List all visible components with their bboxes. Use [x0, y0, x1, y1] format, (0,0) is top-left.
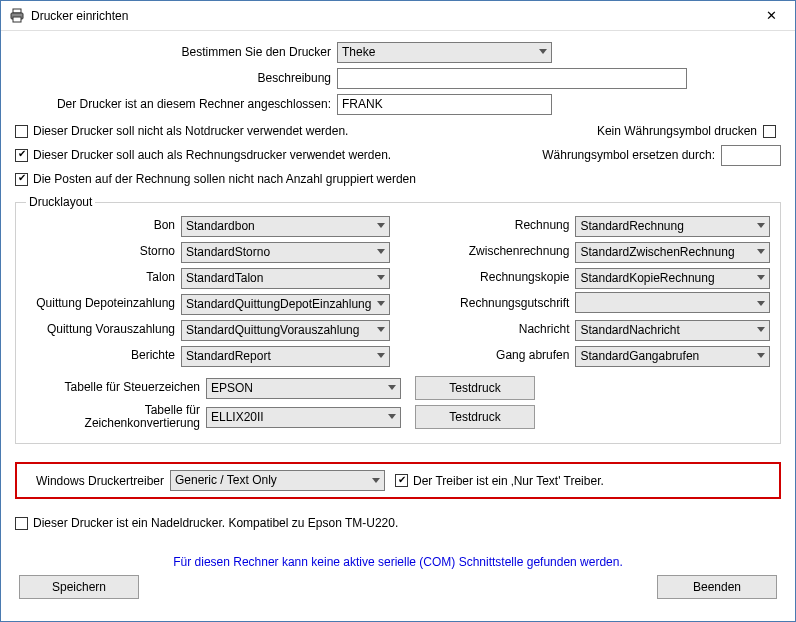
- driver-label: Windows Druckertreiber: [25, 474, 170, 488]
- close-button[interactable]: ✕: [751, 2, 791, 30]
- drucklayout-fieldset: Drucklayout BonStandardbonStornoStandard…: [15, 195, 781, 444]
- description-input[interactable]: [337, 68, 687, 89]
- layout-left-label-3: Quittung Depoteinzahlung: [26, 297, 181, 310]
- not-emergency-label: Dieser Drucker soll nicht als Notdrucker…: [33, 124, 348, 138]
- dialog-window: Drucker einrichten ✕ Bestimmen Sie den D…: [0, 0, 796, 622]
- layout-left-select-2[interactable]: StandardTalon: [181, 268, 390, 289]
- layout-left-label-1: Storno: [26, 245, 181, 258]
- replace-currency-input[interactable]: [721, 145, 781, 166]
- no-currency-label: Kein Währungsymbol drucken: [597, 124, 757, 138]
- tax-table-select[interactable]: EPSON: [206, 378, 401, 399]
- layout-left-select-5[interactable]: StandardReport: [181, 346, 390, 367]
- layout-right-label-3: Rechnungsgutschrift: [420, 297, 575, 310]
- layout-right-select-4[interactable]: StandardNachricht: [575, 320, 770, 341]
- not-emergency-checkbox[interactable]: [15, 125, 28, 138]
- conv-table-label: Tabelle für Zeichenkonvertierung: [26, 404, 206, 430]
- no-group-checkbox[interactable]: [15, 173, 28, 186]
- textonly-checkbox[interactable]: [395, 474, 408, 487]
- serial-warning: Für diesen Rechner kann keine aktive ser…: [15, 555, 781, 569]
- connected-label: Der Drucker ist an diesem Rechner angesc…: [15, 97, 337, 111]
- layout-left-label-2: Talon: [26, 271, 181, 284]
- layout-right-label-4: Nachricht: [420, 323, 575, 336]
- conv-table-select[interactable]: ELLIX20II: [206, 407, 401, 428]
- layout-right-label-1: Zwischenrechnung: [420, 245, 575, 258]
- titlebar: Drucker einrichten ✕: [1, 1, 795, 31]
- also-invoice-checkbox[interactable]: [15, 149, 28, 162]
- no-currency-checkbox[interactable]: [763, 125, 776, 138]
- determine-printer-label: Bestimmen Sie den Drucker: [15, 45, 337, 59]
- layout-left-label-4: Quittung Vorauszahlung: [26, 323, 181, 336]
- dotmatrix-label: Dieser Drucker ist ein Nadeldrucker. Kom…: [33, 516, 398, 530]
- replace-currency-label: Währungsymbol ersetzen durch:: [542, 148, 715, 162]
- layout-left-label-5: Berichte: [26, 349, 181, 362]
- dialog-content: Bestimmen Sie den Drucker Theke Beschrei…: [1, 31, 795, 613]
- layout-right-select-2[interactable]: StandardKopieRechnung: [575, 268, 770, 289]
- layout-right-label-5: Gang abrufen: [420, 349, 575, 362]
- layout-right-label-2: Rechnungskopie: [420, 271, 575, 284]
- printer-icon: [9, 8, 25, 24]
- no-group-label: Die Posten auf der Rechnung sollen nicht…: [33, 172, 416, 186]
- layout-left-label-0: Bon: [26, 219, 181, 232]
- layout-left-select-4[interactable]: StandardQuittungVorauszahlung: [181, 320, 390, 341]
- svg-rect-2: [13, 17, 21, 22]
- connected-input[interactable]: [337, 94, 552, 115]
- svg-rect-0: [13, 9, 21, 13]
- window-title: Drucker einrichten: [31, 9, 751, 23]
- layout-right-select-3[interactable]: [575, 292, 770, 316]
- tax-table-label: Tabelle für Steuerzeichen: [26, 381, 206, 394]
- dotmatrix-checkbox[interactable]: [15, 517, 28, 530]
- description-label: Beschreibung: [15, 71, 337, 85]
- save-button[interactable]: Speichern: [19, 575, 139, 599]
- layout-left-select-1[interactable]: StandardStorno: [181, 242, 390, 263]
- driver-select[interactable]: Generic / Text Only: [170, 470, 385, 491]
- layout-right-select-5[interactable]: StandardGangabrufen: [575, 346, 770, 367]
- close-dialog-button[interactable]: Beenden: [657, 575, 777, 599]
- dialog-footer: Speichern Beenden: [17, 575, 779, 599]
- testprint-button-2[interactable]: Testdruck: [415, 405, 535, 429]
- layout-right-label-0: Rechnung: [420, 219, 575, 232]
- layout-right-select-1[interactable]: StandardZwischenRechnung: [575, 242, 770, 263]
- drucklayout-legend: Drucklayout: [26, 195, 95, 209]
- also-invoice-label: Dieser Drucker soll auch als Rechnungsdr…: [33, 148, 391, 162]
- layout-left-select-0[interactable]: Standardbon: [181, 216, 390, 237]
- testprint-button-1[interactable]: Testdruck: [415, 376, 535, 400]
- determine-printer-select[interactable]: Theke: [337, 42, 552, 63]
- textonly-label: Der Treiber ist ein ‚Nur Text' Treiber.: [413, 474, 604, 488]
- layout-right-select-0[interactable]: StandardRechnung: [575, 216, 770, 237]
- layout-left-select-3[interactable]: StandardQuittungDepotEinzahlung: [181, 294, 390, 315]
- driver-highlight-box: Windows Druckertreiber Generic / Text On…: [15, 462, 781, 499]
